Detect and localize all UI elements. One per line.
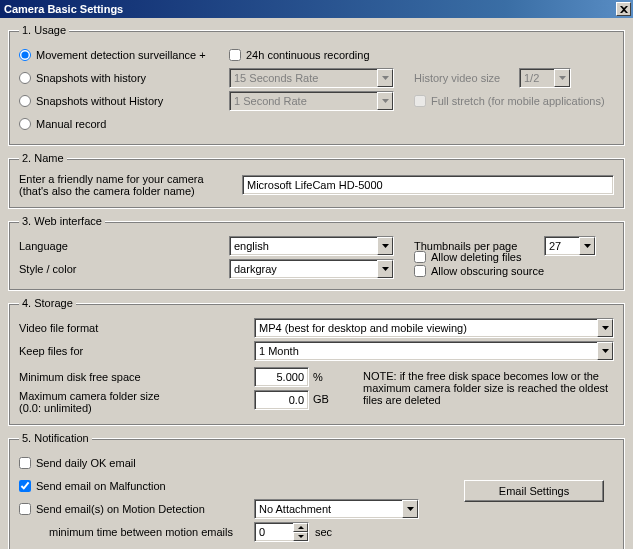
svg-marker-1 [559, 76, 566, 80]
select-thumbnails[interactable]: 27 [544, 236, 596, 256]
maxfolder-label: Maximum camera folder size (0.0: unlimit… [19, 390, 254, 414]
check-24h[interactable]: 24h continuous recording [229, 49, 370, 61]
check-allow-delete[interactable]: Allow deleting files [414, 251, 544, 263]
camera-name-input[interactable] [242, 175, 614, 195]
min-time-spinner[interactable]: 0 [254, 522, 309, 542]
select-language[interactable]: english [229, 236, 394, 256]
notification-legend: 5. Notification [19, 432, 92, 444]
select-style[interactable]: darkgray [229, 259, 394, 279]
keep-label: Keep files for [19, 345, 254, 357]
check-motion[interactable]: Send email(s) on Motion Detection [19, 503, 254, 515]
usage-legend: 1. Usage [19, 24, 69, 36]
svg-marker-3 [382, 244, 389, 248]
history-video-size-label: History video size [414, 72, 519, 84]
check-daily-ok-label: Send daily OK email [36, 457, 136, 469]
check-full-stretch-label: Full stretch (for mobile applications) [431, 95, 605, 107]
chevron-down-icon [377, 237, 393, 255]
chevron-down-icon [377, 69, 393, 87]
svg-marker-7 [602, 349, 609, 353]
check-motion-label: Send email(s) on Motion Detection [36, 503, 205, 515]
check-full-stretch: Full stretch (for mobile applications) [414, 95, 605, 107]
chevron-down-icon [597, 342, 613, 360]
language-label: Language [19, 240, 229, 252]
select-history-video-size: 1/2 [519, 68, 571, 88]
window-title: Camera Basic Settings [4, 3, 123, 15]
storage-note: NOTE: if the free disk space becomes low… [363, 370, 614, 406]
storage-legend: 4. Storage [19, 297, 76, 309]
notification-group: 5. Notification Send daily OK email Send… [8, 432, 625, 549]
chevron-down-icon [554, 69, 570, 87]
radio-movement-label: Movement detection surveillance + [36, 49, 206, 61]
check-allow-obscure[interactable]: Allow obscuring source [414, 265, 544, 277]
svg-marker-10 [298, 535, 304, 538]
svg-marker-6 [602, 326, 609, 330]
close-icon[interactable] [616, 2, 631, 16]
svg-marker-4 [584, 244, 591, 248]
maxfolder-unit: GB [313, 393, 329, 405]
name-group: 2. Name Enter a friendly name for your c… [8, 152, 625, 209]
svg-marker-0 [382, 76, 389, 80]
select-snapshot-rate-nohistory: 1 Second Rate [229, 91, 394, 111]
svg-marker-9 [298, 526, 304, 529]
chevron-down-icon [579, 237, 595, 255]
format-label: Video file format [19, 322, 254, 334]
mindisk-input[interactable] [254, 367, 309, 387]
check-malfunction-label: Send email on Malfunction [36, 480, 166, 492]
email-settings-button[interactable]: Email Settings [464, 480, 604, 502]
radio-snapshots-nohistory-label: Snapshots without History [36, 95, 163, 107]
camera-name-label: Enter a friendly name for your camera (t… [19, 173, 242, 197]
svg-marker-8 [407, 507, 414, 511]
min-time-label: minimum time between motion emails [19, 526, 254, 538]
mindisk-unit: % [313, 371, 323, 383]
name-legend: 2. Name [19, 152, 67, 164]
radio-snapshots-nohistory[interactable]: Snapshots without History [19, 95, 229, 107]
svg-marker-5 [382, 267, 389, 271]
radio-snapshots-history[interactable]: Snapshots with history [19, 72, 229, 84]
check-daily-ok[interactable]: Send daily OK email [19, 457, 136, 469]
chevron-down-icon [402, 500, 418, 518]
radio-manual-record[interactable]: Manual record [19, 118, 229, 130]
radio-snapshots-history-label: Snapshots with history [36, 72, 146, 84]
select-keep-files[interactable]: 1 Month [254, 341, 614, 361]
chevron-down-icon [597, 319, 613, 337]
check-24h-label: 24h continuous recording [246, 49, 370, 61]
usage-group: 1. Usage Movement detection surveillance… [8, 24, 625, 146]
chevron-up-icon[interactable] [293, 523, 308, 532]
select-video-format[interactable]: MP4 (best for desktop and mobile viewing… [254, 318, 614, 338]
check-malfunction[interactable]: Send email on Malfunction [19, 480, 166, 492]
mindisk-label: Minimum disk free space [19, 371, 254, 383]
web-group: 3. Web interface Language english Thumbn… [8, 215, 625, 291]
radio-movement[interactable]: Movement detection surveillance + [19, 49, 229, 61]
chevron-down-icon[interactable] [293, 532, 308, 541]
select-attachment[interactable]: No Attachment [254, 499, 419, 519]
title-bar: Camera Basic Settings [0, 0, 633, 18]
radio-manual-record-label: Manual record [36, 118, 106, 130]
svg-marker-2 [382, 99, 389, 103]
check-allow-delete-label: Allow deleting files [431, 251, 522, 263]
storage-group: 4. Storage Video file format MP4 (best f… [8, 297, 625, 426]
maxfolder-input[interactable] [254, 390, 309, 410]
chevron-down-icon [377, 260, 393, 278]
select-snapshot-rate-history: 15 Seconds Rate [229, 68, 394, 88]
style-label: Style / color [19, 263, 229, 275]
web-legend: 3. Web interface [19, 215, 105, 227]
min-time-unit: sec [315, 526, 332, 538]
check-allow-obscure-label: Allow obscuring source [431, 265, 544, 277]
chevron-down-icon [377, 92, 393, 110]
